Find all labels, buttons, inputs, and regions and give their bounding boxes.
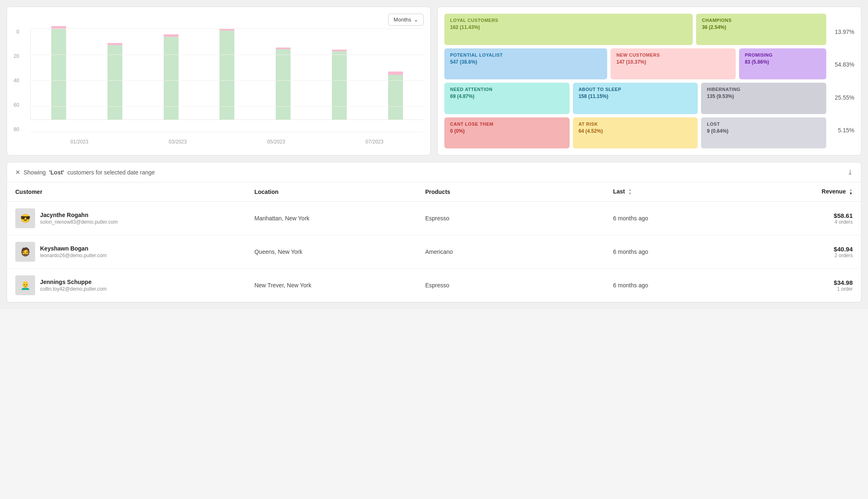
table-header: Customer Location Products Last ▲ ▼	[7, 182, 861, 202]
top-section: Months ⌄ 80 60 40 20 0	[7, 7, 861, 155]
avatar-3: 👨‍🦲	[15, 275, 35, 295]
at-risk-count: 64 (4.52%)	[579, 128, 692, 134]
revenue-value-2: $40.94	[767, 246, 853, 253]
bar-group-4	[219, 29, 234, 119]
y-axis: 80 60 40 20 0	[14, 29, 21, 132]
rfm-pct-2: 54.83%	[830, 61, 854, 68]
x-label-1: 01/2023	[70, 139, 88, 145]
customer-product-1: Espresso	[417, 202, 605, 235]
x-label-7: 07/2023	[365, 139, 383, 145]
rfm-cell-new-customers[interactable]: NEW CUSTOMERS 147 (10.37%)	[610, 48, 736, 80]
customer-details-3: Jennings Schuppe collin.toy42@demo.putle…	[40, 279, 107, 292]
bar-stack-3	[164, 34, 179, 119]
rfm-cell-cant-lose[interactable]: CANT LOSE THEM 0 (0%)	[444, 117, 570, 149]
bar-stack-5	[276, 48, 291, 119]
grid-line-0	[30, 132, 424, 132]
customer-details-2: Keyshawn Bogan leonardo26@demo.putler.co…	[40, 245, 107, 258]
customer-info-1: 😎 Jacynthe Rogahn solon_nienow83@demo.pu…	[15, 208, 238, 228]
filter-close-button[interactable]: ✕	[15, 169, 20, 176]
col-header-customer: Customer	[7, 182, 246, 202]
bar-stack-2	[107, 43, 122, 119]
bar-stack-6	[332, 50, 347, 119]
sort-icon-revenue: ▲ ▼	[849, 188, 853, 196]
table-body: 😎 Jacynthe Rogahn solon_nienow83@demo.pu…	[7, 202, 861, 302]
filter-suffix: customers for selected date range	[67, 169, 155, 176]
rfm-cell-promising[interactable]: PROMISING 83 (5.86%)	[739, 48, 826, 80]
table-row[interactable]: 👨‍🦲 Jennings Schuppe collin.toy42@demo.p…	[7, 269, 861, 302]
filter-prefix: Showing	[24, 169, 46, 176]
hibernating-count: 135 (9.53%)	[707, 93, 820, 99]
bar-group-6	[332, 50, 347, 119]
bar-green-2	[107, 45, 122, 119]
hibernating-title: HIBERNATING	[707, 87, 820, 92]
y-label-60: 60	[14, 102, 19, 108]
promising-count: 83 (5.86%)	[745, 59, 820, 65]
customer-revenue-2: $40.94 2 orders	[758, 235, 861, 269]
lost-count: 9 (0.64%)	[707, 128, 820, 134]
rfm-cell-about-sleep[interactable]: ABOUT TO SLEEP 158 (11.15%)	[573, 83, 698, 114]
chart-panel: Months ⌄ 80 60 40 20 0	[7, 7, 431, 155]
bar-green-6	[332, 51, 347, 119]
y-label-0: 0	[17, 29, 19, 35]
rfm-row-4: CANT LOSE THEM 0 (0%) AT RISK 64 (4.52%)…	[444, 117, 826, 149]
customer-email-2: leonardo26@demo.putler.com	[40, 253, 107, 258]
rfm-rows: LOYAL CUSTOMERS 162 (11.43%) CHAMPIONS 3…	[444, 14, 826, 148]
months-dropdown[interactable]: Months ⌄	[388, 14, 424, 26]
customer-info-2: 🧔 Keyshawn Bogan leonardo26@demo.putler.…	[15, 242, 238, 262]
bottom-section: ✕ Showing 'Lost' customers for selected …	[7, 162, 861, 303]
filter-highlight: 'Lost'	[49, 169, 64, 176]
bar-green-5	[276, 49, 291, 119]
potential-title: POTENTIAL LOYALIST	[450, 53, 601, 57]
rfm-cell-need-attention[interactable]: NEED ATTENTION 69 (4.87%)	[444, 83, 570, 114]
need-attention-title: NEED ATTENTION	[450, 87, 564, 92]
bar-group-1	[51, 26, 66, 119]
download-button[interactable]: ⤓	[847, 168, 853, 176]
y-label-20: 20	[14, 53, 19, 59]
champions-count: 36 (2.54%)	[702, 24, 820, 30]
filter-text: ✕ Showing 'Lost' customers for selected …	[15, 169, 155, 176]
customer-email-1: solon_nienow83@demo.putler.com	[40, 219, 118, 225]
rfm-cell-potential[interactable]: POTENTIAL LOYALIST 547 (38.6%)	[444, 48, 607, 80]
customer-last-3: 6 months ago	[605, 269, 758, 302]
rfm-cell-lost[interactable]: LOST 9 (0.64%)	[701, 117, 826, 149]
rfm-row-2: POTENTIAL LOYALIST 547 (38.6%) NEW CUSTO…	[444, 48, 826, 80]
about-sleep-title: ABOUT TO SLEEP	[579, 87, 692, 92]
revenue-value-3: $34.98	[767, 279, 853, 286]
customer-location-2: Queens, New York	[246, 235, 417, 269]
customer-location-3: New Trever, New York	[246, 269, 417, 302]
revenue-orders-3: 1 order	[767, 286, 853, 292]
rfm-cell-hibernating[interactable]: HIBERNATING 135 (9.53%)	[701, 83, 826, 114]
rfm-cell-champions[interactable]: CHAMPIONS 36 (2.54%)	[696, 14, 826, 45]
about-sleep-count: 158 (11.15%)	[579, 93, 692, 99]
customer-name-3: Jennings Schuppe	[40, 279, 107, 285]
customer-info-3: 👨‍🦲 Jennings Schuppe collin.toy42@demo.p…	[15, 275, 238, 295]
filter-bar: ✕ Showing 'Lost' customers for selected …	[7, 162, 861, 182]
customer-table: Customer Location Products Last ▲ ▼	[7, 182, 861, 302]
revenue-orders-1: 4 orders	[767, 219, 853, 225]
customer-product-3: Espresso	[417, 269, 605, 302]
bar-stack-1	[51, 26, 66, 119]
bar-stack-7	[388, 72, 403, 119]
rfm-cell-at-risk[interactable]: AT RISK 64 (4.52%)	[573, 117, 698, 149]
customer-email-3: collin.toy42@demo.putler.com	[40, 286, 107, 292]
lost-title: LOST	[707, 122, 820, 127]
customer-name-2: Keyshawn Bogan	[40, 245, 107, 252]
need-attention-count: 69 (4.87%)	[450, 93, 564, 99]
loyal-count: 162 (11.43%)	[450, 24, 687, 30]
rfm-cell-loyal[interactable]: LOYAL CUSTOMERS 162 (11.43%)	[444, 14, 693, 45]
table-row[interactable]: 🧔 Keyshawn Bogan leonardo26@demo.putler.…	[7, 235, 861, 269]
potential-count: 547 (38.6%)	[450, 59, 601, 65]
customer-last-1: 6 months ago	[605, 202, 758, 235]
x-label-3: 03/2023	[169, 139, 186, 145]
revenue-value-1: $58.61	[767, 212, 853, 219]
champions-title: CHAMPIONS	[702, 18, 820, 23]
customer-cell-2: 🧔 Keyshawn Bogan leonardo26@demo.putler.…	[7, 235, 246, 269]
col-header-last[interactable]: Last ▲ ▼	[605, 182, 758, 202]
rfm-percentages: 13.97% 54.83% 25.55% 5.15%	[830, 14, 854, 148]
table-row[interactable]: 😎 Jacynthe Rogahn solon_nienow83@demo.pu…	[7, 202, 861, 235]
rfm-row-1: LOYAL CUSTOMERS 162 (11.43%) CHAMPIONS 3…	[444, 14, 826, 45]
customer-last-2: 6 months ago	[605, 235, 758, 269]
rfm-pct-4: 5.15%	[830, 127, 854, 134]
col-header-revenue[interactable]: Revenue ▲ ▼	[758, 182, 861, 202]
rfm-grid: LOYAL CUSTOMERS 162 (11.43%) CHAMPIONS 3…	[444, 14, 854, 148]
